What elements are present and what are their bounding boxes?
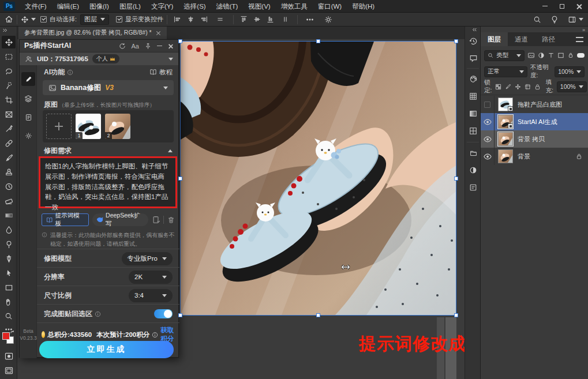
distribute-h-icon[interactable] xyxy=(216,16,224,23)
visibility-toggle[interactable] xyxy=(481,130,495,148)
layer-thumbnail[interactable] xyxy=(498,97,513,111)
workspace-switcher-icon[interactable] xyxy=(568,16,576,24)
quick-mask-icon[interactable] xyxy=(2,350,16,362)
deepseek-expand-button[interactable]: DeepSeek扩写 xyxy=(92,213,148,226)
document-tab[interactable]: 参考背景图.jpg @ 82.6% (背景 拷贝, RGB/8#) * xyxy=(18,27,167,39)
brush-tool[interactable] xyxy=(2,151,16,164)
photo-layer-transform[interactable] xyxy=(181,42,456,315)
transform-handle-bottom-left[interactable] xyxy=(178,313,182,317)
generate-button[interactable]: 立即生成 xyxy=(39,341,174,358)
tab-paths[interactable]: 路径 xyxy=(535,32,562,46)
transform-handle-middle-left[interactable] xyxy=(178,177,182,181)
rectangle-tool[interactable] xyxy=(2,281,16,294)
patterns-panel-icon[interactable] xyxy=(468,126,478,136)
blend-mode-dropdown[interactable]: 正常 xyxy=(484,66,527,77)
info-icon[interactable] xyxy=(67,69,73,76)
zoom-tool[interactable] xyxy=(2,310,16,322)
menu-layer[interactable]: 图层(L) xyxy=(114,0,146,13)
paste-back-info-icon[interactable] xyxy=(95,311,101,317)
visibility-toggle[interactable] xyxy=(481,96,495,113)
transform-handle-middle-right[interactable] xyxy=(454,177,458,181)
menu-plugins[interactable]: 增效工具 xyxy=(276,0,313,13)
swatches-panel-icon[interactable] xyxy=(468,91,478,102)
align-right-icon[interactable] xyxy=(200,16,208,23)
fill-dropdown[interactable]: 100% xyxy=(557,81,587,92)
paste-back-toggle[interactable] xyxy=(154,309,173,318)
lock-position-icon[interactable] xyxy=(515,84,521,90)
align-center-h-icon[interactable] xyxy=(187,16,194,23)
layer-thumbnail[interactable] xyxy=(498,149,513,163)
minimize-panel-icon[interactable] xyxy=(157,46,162,47)
layer-row-background-copy[interactable]: 背景 拷贝 xyxy=(481,130,588,148)
workspace-chevron-icon[interactable] xyxy=(579,18,583,21)
healing-brush-tool[interactable] xyxy=(2,137,16,149)
pin-icon[interactable] xyxy=(145,43,151,50)
move-tool-icon[interactable] xyxy=(21,16,29,24)
eraser-tool[interactable] xyxy=(2,194,16,207)
menu-type[interactable]: 文字(Y) xyxy=(146,0,178,13)
prompt-textarea[interactable]: 给图1的人字拖制作模特上脚图、鞋子细节展示图，制作详情页海报，符合淘宝电商展示图… xyxy=(39,156,177,208)
lock-all-icon[interactable] xyxy=(534,84,541,90)
delete-prompt-icon[interactable] xyxy=(167,216,175,224)
layer-row-background[interactable]: 背景 xyxy=(481,148,588,165)
panel-menu-icon[interactable] xyxy=(576,37,583,42)
add-image-button[interactable] xyxy=(46,114,72,139)
quick-selection-tool[interactable] xyxy=(2,79,16,92)
tab-layers[interactable]: 图层 xyxy=(481,32,508,46)
uid-chevron-icon[interactable] xyxy=(168,58,173,61)
crop-tool[interactable] xyxy=(2,93,16,106)
home-icon[interactable] xyxy=(5,15,13,24)
minimize-button[interactable] xyxy=(536,0,553,13)
eyedropper-tool[interactable] xyxy=(2,122,16,135)
align-left-icon[interactable] xyxy=(174,16,181,23)
layer-row-startai[interactable]: StartAI AI生成 xyxy=(481,113,588,130)
collapse-panels-icon[interactable] xyxy=(471,27,477,32)
align-top-icon[interactable] xyxy=(240,16,248,23)
close-button[interactable] xyxy=(571,0,588,13)
lock-pixels-icon[interactable] xyxy=(505,84,511,90)
resolution-dropdown[interactable]: 2K xyxy=(129,271,173,284)
more-options-icon[interactable] xyxy=(306,16,314,24)
lock-artboard-icon[interactable] xyxy=(525,84,531,90)
menu-window[interactable]: 窗口(W) xyxy=(313,0,347,13)
clone-stamp-tool[interactable] xyxy=(2,166,16,178)
refresh-icon[interactable] xyxy=(119,43,126,50)
visibility-toggle[interactable] xyxy=(481,113,495,130)
layer-name[interactable]: 背景 xyxy=(518,152,530,161)
rail-layers-icon[interactable] xyxy=(21,92,35,106)
auto-select-dropdown[interactable]: 图层 xyxy=(80,14,109,25)
libraries-panel-icon[interactable] xyxy=(468,148,478,158)
align-bottom-icon[interactable] xyxy=(267,16,274,23)
filter-toggle[interactable] xyxy=(577,53,585,58)
pen-tool[interactable] xyxy=(2,252,16,265)
transform-handle-bottom-center[interactable] xyxy=(316,313,320,317)
adjustments-panel-icon[interactable] xyxy=(468,165,478,175)
tab-channels[interactable]: 通道 xyxy=(508,32,535,46)
close-panel-icon[interactable] xyxy=(168,43,174,49)
save-prompt-icon[interactable] xyxy=(152,216,160,224)
credits-info-icon[interactable] xyxy=(152,332,158,338)
color-panel-icon[interactable] xyxy=(468,74,478,84)
layer-row-product[interactable]: 拖鞋产品白底图 xyxy=(481,96,588,113)
search-icon[interactable] xyxy=(533,16,541,24)
properties-panel-icon[interactable] xyxy=(468,182,478,193)
foreground-color[interactable] xyxy=(2,332,10,340)
maximize-button[interactable] xyxy=(553,0,571,13)
frame-tool[interactable] xyxy=(2,108,16,121)
layer-name[interactable]: 拖鞋产品白底图 xyxy=(518,100,562,109)
uid-row[interactable]: UID：775317965 个人 xyxy=(20,52,178,65)
lasso-tool[interactable] xyxy=(2,65,16,77)
marquee-tool[interactable] xyxy=(2,50,16,63)
comments-panel-icon[interactable] xyxy=(468,53,478,63)
filter-type-text-icon[interactable] xyxy=(548,52,555,59)
move-tool[interactable] xyxy=(2,36,16,48)
layer-name[interactable]: 背景 拷贝 xyxy=(518,135,545,144)
menu-image[interactable]: 图像(I) xyxy=(84,0,114,13)
hand-tool[interactable] xyxy=(2,295,16,308)
workspace-settings-gear-icon[interactable] xyxy=(324,16,332,24)
history-panel-icon[interactable] xyxy=(468,36,478,46)
filter-adjustment-icon[interactable] xyxy=(538,52,545,59)
filter-type-dropdown[interactable]: 类型 xyxy=(484,50,525,61)
uploaded-image-2[interactable]: 2 xyxy=(105,114,130,139)
gradients-panel-icon[interactable] xyxy=(468,108,478,119)
